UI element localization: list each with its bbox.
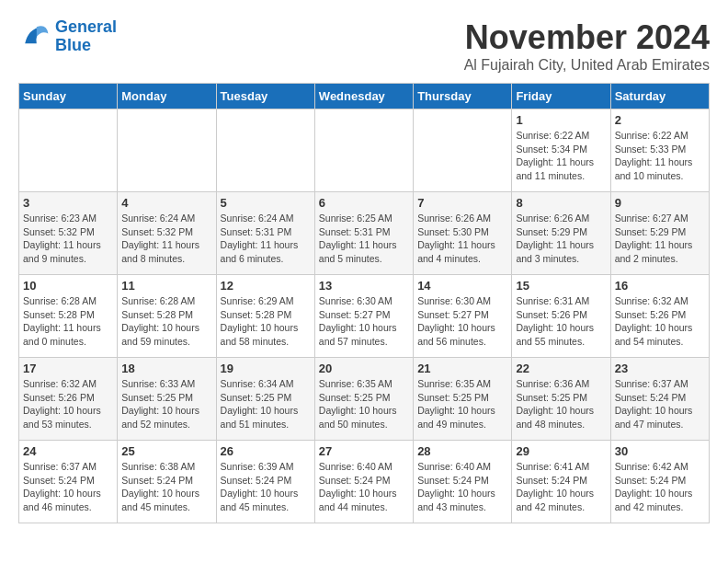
day-cell: 7Sunrise: 6:26 AM Sunset: 5:30 PM Daylig… xyxy=(414,192,512,275)
day-info: Sunrise: 6:42 AM Sunset: 5:24 PM Dayligh… xyxy=(615,460,705,514)
day-number: 19 xyxy=(221,362,311,375)
day-number: 18 xyxy=(121,362,211,375)
day-info: Sunrise: 6:28 AM Sunset: 5:28 PM Dayligh… xyxy=(23,294,113,349)
column-header-monday: Monday xyxy=(118,84,216,109)
day-cell: 18Sunrise: 6:33 AM Sunset: 5:25 PM Dayli… xyxy=(118,358,216,441)
day-cell: 27Sunrise: 6:40 AM Sunset: 5:24 PM Dayli… xyxy=(314,441,413,523)
column-header-thursday: Thursday xyxy=(414,84,512,109)
logo: General Blue xyxy=(18,18,117,55)
day-info: Sunrise: 6:32 AM Sunset: 5:26 PM Dayligh… xyxy=(615,294,705,349)
day-cell: 25Sunrise: 6:38 AM Sunset: 5:24 PM Dayli… xyxy=(118,441,216,523)
day-cell xyxy=(19,109,118,192)
day-info: Sunrise: 6:22 AM Sunset: 5:33 PM Dayligh… xyxy=(615,129,705,183)
day-cell: 22Sunrise: 6:36 AM Sunset: 5:25 PM Dayli… xyxy=(512,358,610,441)
day-cell: 14Sunrise: 6:30 AM Sunset: 5:27 PM Dayli… xyxy=(414,275,512,358)
day-info: Sunrise: 6:26 AM Sunset: 5:29 PM Dayligh… xyxy=(516,212,606,266)
day-number: 4 xyxy=(121,196,211,210)
week-row-3: 10Sunrise: 6:28 AM Sunset: 5:28 PM Dayli… xyxy=(19,275,710,358)
day-number: 26 xyxy=(221,444,311,458)
day-cell: 12Sunrise: 6:29 AM Sunset: 5:28 PM Dayli… xyxy=(216,275,314,358)
day-number: 12 xyxy=(221,279,311,293)
week-row-4: 17Sunrise: 6:32 AM Sunset: 5:26 PM Dayli… xyxy=(19,358,710,441)
day-cell: 24Sunrise: 6:37 AM Sunset: 5:24 PM Dayli… xyxy=(19,441,118,523)
day-cell: 19Sunrise: 6:34 AM Sunset: 5:25 PM Dayli… xyxy=(216,358,314,441)
day-cell: 2Sunrise: 6:22 AM Sunset: 5:33 PM Daylig… xyxy=(610,109,709,192)
day-info: Sunrise: 6:35 AM Sunset: 5:25 PM Dayligh… xyxy=(319,377,409,431)
week-row-2: 3Sunrise: 6:23 AM Sunset: 5:32 PM Daylig… xyxy=(19,192,710,275)
column-header-saturday: Saturday xyxy=(610,84,709,109)
day-cell: 10Sunrise: 6:28 AM Sunset: 5:28 PM Dayli… xyxy=(19,275,118,358)
day-number: 7 xyxy=(417,196,507,210)
day-number: 5 xyxy=(221,196,311,210)
day-cell: 11Sunrise: 6:28 AM Sunset: 5:28 PM Dayli… xyxy=(118,275,216,358)
day-number: 23 xyxy=(615,362,705,375)
day-info: Sunrise: 6:24 AM Sunset: 5:32 PM Dayligh… xyxy=(121,212,211,266)
day-info: Sunrise: 6:39 AM Sunset: 5:24 PM Dayligh… xyxy=(221,460,311,514)
day-cell: 15Sunrise: 6:31 AM Sunset: 5:26 PM Dayli… xyxy=(512,275,610,358)
day-cell: 21Sunrise: 6:35 AM Sunset: 5:25 PM Dayli… xyxy=(414,358,512,441)
day-cell: 20Sunrise: 6:35 AM Sunset: 5:25 PM Dayli… xyxy=(314,358,413,441)
day-cell: 8Sunrise: 6:26 AM Sunset: 5:29 PM Daylig… xyxy=(512,192,610,275)
day-number: 6 xyxy=(319,196,409,210)
day-cell: 9Sunrise: 6:27 AM Sunset: 5:29 PM Daylig… xyxy=(610,192,709,275)
day-number: 10 xyxy=(23,279,113,293)
logo-text: General Blue xyxy=(55,18,117,55)
day-cell: 29Sunrise: 6:41 AM Sunset: 5:24 PM Dayli… xyxy=(512,441,610,523)
day-number: 9 xyxy=(615,196,705,210)
day-number: 15 xyxy=(516,279,606,293)
day-info: Sunrise: 6:22 AM Sunset: 5:34 PM Dayligh… xyxy=(516,129,606,183)
day-info: Sunrise: 6:37 AM Sunset: 5:24 PM Dayligh… xyxy=(23,460,113,514)
day-info: Sunrise: 6:37 AM Sunset: 5:24 PM Dayligh… xyxy=(615,377,705,431)
day-cell xyxy=(216,109,314,192)
week-row-1: 1Sunrise: 6:22 AM Sunset: 5:34 PM Daylig… xyxy=(19,109,710,192)
day-info: Sunrise: 6:35 AM Sunset: 5:25 PM Dayligh… xyxy=(417,377,507,431)
day-number: 30 xyxy=(615,444,705,458)
location-title: Al Fujairah City, United Arab Emirates xyxy=(464,57,710,74)
day-cell: 3Sunrise: 6:23 AM Sunset: 5:32 PM Daylig… xyxy=(19,192,118,275)
day-cell: 13Sunrise: 6:30 AM Sunset: 5:27 PM Dayli… xyxy=(314,275,413,358)
day-info: Sunrise: 6:24 AM Sunset: 5:31 PM Dayligh… xyxy=(221,212,311,266)
day-number: 28 xyxy=(417,444,507,458)
day-cell: 6Sunrise: 6:25 AM Sunset: 5:31 PM Daylig… xyxy=(314,192,413,275)
day-number: 24 xyxy=(23,444,113,458)
day-info: Sunrise: 6:30 AM Sunset: 5:27 PM Dayligh… xyxy=(417,294,507,349)
day-cell xyxy=(314,109,413,192)
day-number: 8 xyxy=(516,196,606,210)
day-number: 25 xyxy=(121,444,211,458)
day-cell: 26Sunrise: 6:39 AM Sunset: 5:24 PM Dayli… xyxy=(216,441,314,523)
day-number: 22 xyxy=(516,362,606,375)
title-block: November 2024 Al Fujairah City, United A… xyxy=(464,18,710,74)
day-info: Sunrise: 6:30 AM Sunset: 5:27 PM Dayligh… xyxy=(319,294,409,349)
day-info: Sunrise: 6:33 AM Sunset: 5:25 PM Dayligh… xyxy=(121,377,211,431)
day-info: Sunrise: 6:29 AM Sunset: 5:28 PM Dayligh… xyxy=(221,294,311,349)
calendar-table: SundayMondayTuesdayWednesdayThursdayFrid… xyxy=(18,83,710,523)
day-info: Sunrise: 6:38 AM Sunset: 5:24 PM Dayligh… xyxy=(121,460,211,514)
day-info: Sunrise: 6:28 AM Sunset: 5:28 PM Dayligh… xyxy=(121,294,211,349)
column-header-tuesday: Tuesday xyxy=(216,84,314,109)
day-info: Sunrise: 6:34 AM Sunset: 5:25 PM Dayligh… xyxy=(221,377,311,431)
day-info: Sunrise: 6:36 AM Sunset: 5:25 PM Dayligh… xyxy=(516,377,606,431)
day-number: 2 xyxy=(615,113,705,127)
day-cell: 23Sunrise: 6:37 AM Sunset: 5:24 PM Dayli… xyxy=(610,358,709,441)
week-row-5: 24Sunrise: 6:37 AM Sunset: 5:24 PM Dayli… xyxy=(19,441,710,523)
day-number: 16 xyxy=(615,279,705,293)
day-cell: 30Sunrise: 6:42 AM Sunset: 5:24 PM Dayli… xyxy=(610,441,709,523)
day-cell: 4Sunrise: 6:24 AM Sunset: 5:32 PM Daylig… xyxy=(118,192,216,275)
day-cell: 17Sunrise: 6:32 AM Sunset: 5:26 PM Dayli… xyxy=(19,358,118,441)
day-info: Sunrise: 6:41 AM Sunset: 5:24 PM Dayligh… xyxy=(516,460,606,514)
page-header: General Blue November 2024 Al Fujairah C… xyxy=(18,18,710,74)
day-number: 3 xyxy=(23,196,113,210)
day-cell: 1Sunrise: 6:22 AM Sunset: 5:34 PM Daylig… xyxy=(512,109,610,192)
day-number: 14 xyxy=(417,279,507,293)
day-number: 1 xyxy=(516,113,606,127)
day-number: 29 xyxy=(516,444,606,458)
day-info: Sunrise: 6:26 AM Sunset: 5:30 PM Dayligh… xyxy=(417,212,507,266)
day-info: Sunrise: 6:27 AM Sunset: 5:29 PM Dayligh… xyxy=(615,212,705,266)
day-cell: 5Sunrise: 6:24 AM Sunset: 5:31 PM Daylig… xyxy=(216,192,314,275)
day-number: 27 xyxy=(319,444,409,458)
day-cell xyxy=(414,109,512,192)
column-header-friday: Friday xyxy=(512,84,610,109)
day-info: Sunrise: 6:40 AM Sunset: 5:24 PM Dayligh… xyxy=(417,460,507,514)
day-cell xyxy=(118,109,216,192)
column-header-sunday: Sunday xyxy=(19,84,118,109)
